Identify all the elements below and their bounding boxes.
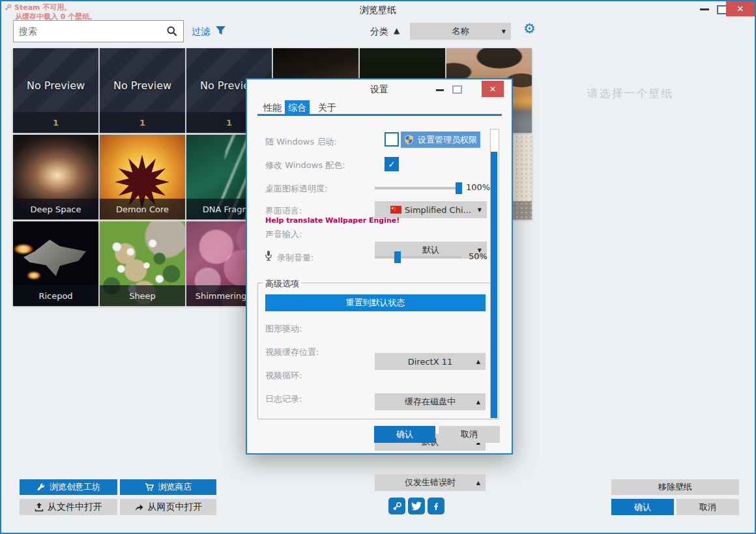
settings-gear-icon[interactable]: ⚙ xyxy=(523,22,536,36)
remove-wallpaper-button[interactable]: 移除壁纸 xyxy=(611,479,739,495)
app-window: 浏览壁纸 Steam 不可用。 从缓存中载入 0 个壁纸。 ✕ 过滤 分类 ▲ … xyxy=(0,0,756,534)
chevron-up-icon: ▲ xyxy=(476,399,480,405)
tile-caption: Sheep xyxy=(100,285,185,306)
advanced-options-label: 高级选项 xyxy=(263,278,302,290)
sort-label: 分类 xyxy=(370,26,388,38)
dialog-scrollbar[interactable] xyxy=(490,129,499,419)
slider-handle[interactable] xyxy=(456,182,462,194)
scrollbar-thumb[interactable] xyxy=(491,152,497,418)
logging-dropdown[interactable]: 仅发生错误时 ▲ xyxy=(375,474,486,491)
open-from-file-button[interactable]: 从文件中打开 xyxy=(20,499,117,515)
twitter-icon xyxy=(411,501,422,511)
translate-link[interactable]: Help translate Wallpaper Engine! xyxy=(265,216,400,225)
language-value: Simplified Chi... xyxy=(405,205,471,215)
tile-badge: 1 xyxy=(13,112,98,133)
search-input[interactable] xyxy=(14,26,166,36)
wallpaper-tile[interactable]: No Preview 1 xyxy=(100,48,185,133)
no-preview-label: No Preview xyxy=(13,79,98,92)
dialog-ok-button[interactable]: 确认 xyxy=(374,426,435,443)
sort-by-dropdown[interactable]: 名称 ▼ xyxy=(410,23,511,40)
tab-performance[interactable]: 性能 xyxy=(260,100,285,115)
minimize-icon xyxy=(436,89,444,91)
cancel-label: 取消 xyxy=(699,501,716,513)
filter-funnel-icon[interactable] xyxy=(215,25,226,36)
close-icon: ✕ xyxy=(737,4,744,14)
settings-dialog: 设置 ✕ 性能 综合 关于 随 Windows 启动: 设置管理员权限 修改 W… xyxy=(246,78,513,455)
tile-caption: Ricepod xyxy=(13,285,98,306)
tile-badge: 1 xyxy=(100,112,185,133)
graphics-driver-label: 图形驱动: xyxy=(265,323,302,335)
record-volume-slider[interactable] xyxy=(375,256,462,259)
close-icon: ✕ xyxy=(489,85,496,94)
autostart-checkbox[interactable] xyxy=(385,132,399,147)
steam-status: Steam 不可用。 xyxy=(4,3,71,12)
record-volume-value: 50% xyxy=(469,251,487,261)
check-icon: ✓ xyxy=(388,160,396,169)
audio-input-label: 声音输入: xyxy=(265,229,302,240)
browse-store-button[interactable]: 浏览商店 xyxy=(120,479,216,495)
filter-link[interactable]: 过滤 xyxy=(192,26,210,38)
tile-caption: Deep Space xyxy=(13,199,98,219)
uac-shield-icon xyxy=(404,135,414,145)
tab-about[interactable]: 关于 xyxy=(315,100,340,115)
wallpaper-tile[interactable]: No Preview 1 xyxy=(13,48,98,133)
record-volume-label: 录制音量: xyxy=(277,252,313,264)
logging-label: 日志记录: xyxy=(265,393,302,405)
icon-opacity-value: 100% xyxy=(466,182,490,192)
dialog-cancel-button[interactable]: 取消 xyxy=(439,426,500,443)
autostart-label: 随 Windows 启动: xyxy=(265,136,337,148)
video-cache-value: 缓存在磁盘中 xyxy=(405,396,456,408)
modify-colors-label: 修改 Windows 配色: xyxy=(265,160,345,171)
set-admin-rights-button[interactable]: 设置管理员权限 xyxy=(401,132,480,148)
apply-label: 确认 xyxy=(634,501,651,513)
upload-icon xyxy=(35,502,44,512)
tile-caption: Demon Core xyxy=(100,199,185,219)
window-close-button[interactable]: ✕ xyxy=(726,1,755,16)
dialog-minimize-button[interactable] xyxy=(436,89,444,91)
dialog-ok-label: 确认 xyxy=(396,429,413,440)
tile-image-detail xyxy=(27,272,40,279)
sort-direction-icon[interactable]: ▲ xyxy=(394,26,400,35)
video-cache-label: 视频缓存位置: xyxy=(265,346,319,358)
select-wallpaper-hint: 请选择一个壁纸 xyxy=(559,86,702,101)
search-icon xyxy=(166,25,178,37)
dialog-close-button[interactable]: ✕ xyxy=(482,81,504,97)
apply-button[interactable]: 确认 xyxy=(611,499,674,515)
browse-workshop-button[interactable]: 浏览创意工坊 xyxy=(20,479,117,495)
wallpaper-tile[interactable]: Deep Space xyxy=(13,135,98,219)
open-from-url-button[interactable]: 从网页中打开 xyxy=(120,499,216,515)
window-minimize-button[interactable] xyxy=(700,8,709,10)
cart-icon xyxy=(145,483,154,492)
slider-handle[interactable] xyxy=(394,251,401,263)
dialog-maximize-button[interactable] xyxy=(452,85,462,94)
open-from-url-label: 从网页中打开 xyxy=(148,501,203,513)
no-preview-label: No Preview xyxy=(100,79,185,92)
twitter-social-button[interactable] xyxy=(408,498,425,514)
video-cache-dropdown[interactable]: 缓存在磁盘中 ▲ xyxy=(375,393,486,410)
microphone-icon xyxy=(264,250,273,261)
china-flag-icon xyxy=(390,206,401,214)
wallpaper-tile[interactable]: Sheep xyxy=(100,221,185,306)
share-arrow-icon xyxy=(134,503,144,512)
tab-underline xyxy=(257,114,502,116)
tab-general[interactable]: 综合 xyxy=(285,100,310,115)
steam-social-button[interactable] xyxy=(388,498,405,514)
chevron-down-icon: ▼ xyxy=(478,207,482,213)
language-label: 界面语言: xyxy=(265,205,302,217)
cancel-button[interactable]: 取消 xyxy=(676,499,739,515)
steam-unavailable-text: Steam 不可用。 xyxy=(14,3,71,12)
reset-defaults-label: 重置到默认状态 xyxy=(346,297,405,309)
wallpaper-tile[interactable]: Ricepod xyxy=(13,221,98,306)
reset-defaults-button[interactable]: 重置到默认状态 xyxy=(265,294,486,311)
dialog-title: 设置 xyxy=(247,84,512,96)
icon-opacity-slider[interactable] xyxy=(375,187,462,190)
search-box xyxy=(13,20,184,42)
modify-colors-checkbox[interactable]: ✓ xyxy=(385,157,399,171)
chevron-up-icon: ▲ xyxy=(476,480,480,486)
facebook-icon xyxy=(431,501,441,511)
dialog-cancel-label: 取消 xyxy=(461,429,478,440)
wallpaper-tile[interactable]: Demon Core xyxy=(100,135,185,219)
minimize-icon xyxy=(700,8,709,10)
facebook-social-button[interactable] xyxy=(428,498,444,514)
graphics-driver-dropdown[interactable]: DirectX 11 ▲ xyxy=(375,353,486,370)
